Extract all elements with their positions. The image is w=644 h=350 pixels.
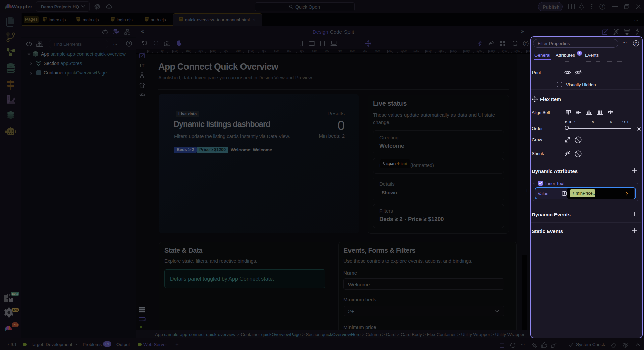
svg-text:T: T xyxy=(139,63,142,67)
svg-text:?: ? xyxy=(525,42,527,45)
svg-text:T: T xyxy=(142,63,145,68)
svg-text:?: ? xyxy=(601,5,604,9)
svg-text:?: ? xyxy=(128,42,130,46)
